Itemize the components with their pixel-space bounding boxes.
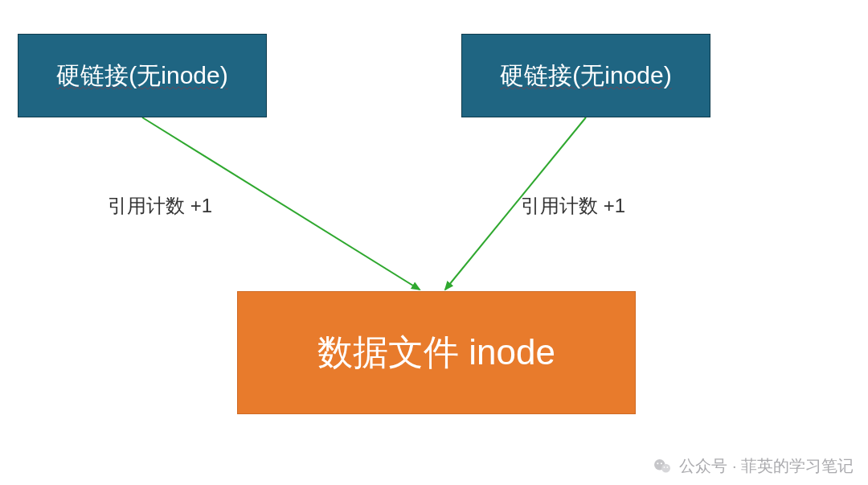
hardlink-node-1-label: 硬链接(无inode) — [56, 60, 227, 92]
svg-point-6 — [664, 467, 665, 468]
svg-point-4 — [657, 462, 659, 464]
datafile-inode-node: 数据文件 inode — [237, 291, 636, 414]
hardlink-node-1: 硬链接(无inode) — [18, 34, 267, 117]
edge-label-right: 引用计数 +1 — [521, 193, 625, 219]
edge-label-left: 引用计数 +1 — [108, 193, 212, 219]
wechat-icon — [652, 456, 673, 477]
datafile-inode-label: 数据文件 inode — [317, 329, 555, 376]
watermark-text: 公众号 · 菲英的学习笔记 — [679, 455, 854, 477]
hardlink-node-2-label: 硬链接(无inode) — [500, 60, 671, 92]
watermark: 公众号 · 菲英的学习笔记 — [652, 455, 854, 477]
svg-point-5 — [661, 462, 662, 464]
svg-point-3 — [661, 463, 670, 472]
hardlink-node-2: 硬链接(无inode) — [461, 34, 710, 117]
svg-point-7 — [667, 467, 669, 468]
